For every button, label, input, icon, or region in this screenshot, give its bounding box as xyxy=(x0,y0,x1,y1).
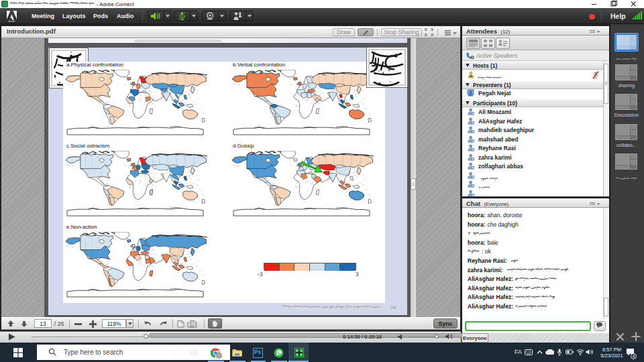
svg-text:Adobe: Adobe xyxy=(9,20,15,23)
